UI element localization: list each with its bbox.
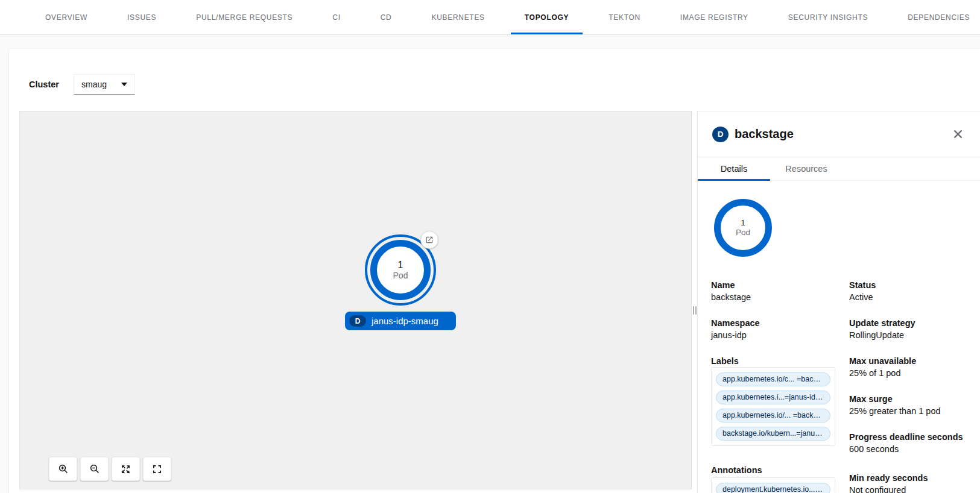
pod-count: 1 xyxy=(398,260,403,271)
zoom-in-icon xyxy=(58,463,69,474)
field-annotations: Annotations xyxy=(711,464,840,476)
tab-security-insights[interactable]: SECURITY INSIGHTS xyxy=(768,0,888,34)
tab-label: TOPOLOGY xyxy=(525,13,569,22)
tab-issues[interactable]: ISSUES xyxy=(107,0,176,34)
pod-kind: Pod xyxy=(736,228,750,237)
field-value: Not configured xyxy=(849,484,977,493)
tab-label: Details xyxy=(721,164,747,174)
tab-label: Resources xyxy=(785,164,827,174)
zoom-out-icon xyxy=(89,463,100,474)
field-label: Update strategy xyxy=(849,317,977,329)
resource-title: backstage xyxy=(735,127,951,141)
tab-label: TEKTON xyxy=(609,13,640,22)
tab-ci[interactable]: CI xyxy=(312,0,360,34)
drag-handle-icon xyxy=(693,306,697,315)
field-progress-deadline: Progress deadline seconds 600 seconds xyxy=(849,431,977,455)
field-value: 25% of 1 pod xyxy=(849,367,977,379)
labels-list: app.kubernetes.io/c... =backs... app.kub… xyxy=(711,367,835,446)
panel-resize-handle[interactable] xyxy=(692,111,697,489)
fit-to-screen-icon xyxy=(121,464,131,474)
deployment-badge: D xyxy=(349,315,366,327)
field-label: Annotations xyxy=(711,464,840,476)
field-value: 600 seconds xyxy=(849,443,977,455)
tab-tekton[interactable]: TEKTON xyxy=(589,0,660,34)
field-label: Status xyxy=(849,279,977,291)
cluster-select-value: smaug xyxy=(81,80,107,89)
tab-label: CD xyxy=(381,13,392,22)
tab-details[interactable]: Details xyxy=(698,157,770,180)
resource-side-panel: D backstage Details Resources 1 Pod Name… xyxy=(697,111,980,493)
label-chip[interactable]: backstage.io/kubern...=janus... xyxy=(716,427,830,441)
tab-label: DEPENDENCIES xyxy=(908,13,970,22)
zoom-out-button[interactable] xyxy=(80,457,109,481)
tab-overview[interactable]: OVERVIEW xyxy=(25,0,107,34)
close-icon xyxy=(953,130,963,139)
field-value: janus-idp xyxy=(711,329,840,341)
label-chip[interactable]: app.kubernetes.io/... =backst... xyxy=(716,409,830,422)
field-value: 25% greater than 1 pod xyxy=(849,405,977,417)
field-status: Status Active xyxy=(849,279,977,303)
label-chip[interactable]: app.kubernetes.io/c... =backs... xyxy=(716,372,830,386)
tab-label: ISSUES xyxy=(127,13,156,22)
tab-topology[interactable]: TOPOLOGY xyxy=(505,0,589,34)
node-label-text: janus-idp-smaug xyxy=(371,316,438,326)
field-label: Progress deadline seconds xyxy=(849,431,977,443)
details-right-column: Status Active Update strategy RollingUpd… xyxy=(849,279,977,493)
tab-label: IMAGE REGISTRY xyxy=(680,13,748,22)
tab-label: OVERVIEW xyxy=(45,13,87,22)
label-chip[interactable]: app.kubernetes.i...=janus-idp... xyxy=(716,391,830,404)
field-update-strategy: Update strategy RollingUpdate xyxy=(849,317,977,341)
topology-canvas[interactable]: 1 Pod D janus-idp-smaug xyxy=(19,111,692,489)
close-panel-button[interactable] xyxy=(951,128,964,141)
field-value: backstage xyxy=(711,291,840,303)
cluster-label: Cluster xyxy=(29,80,59,89)
tab-cd[interactable]: CD xyxy=(361,0,412,34)
entity-tab-bar: OVERVIEW ISSUES PULL/MERGE REQUESTS CI C… xyxy=(0,0,980,35)
zoom-in-button[interactable] xyxy=(49,457,77,481)
field-label: Max surge xyxy=(849,393,977,405)
field-value: Active xyxy=(849,291,977,303)
pod-kind: Pod xyxy=(393,271,408,281)
field-value: RollingUpdate xyxy=(849,329,977,341)
tab-pull-merge-requests[interactable]: PULL/MERGE REQUESTS xyxy=(176,0,312,34)
deployment-badge: D xyxy=(712,127,729,142)
annotations-list: deployment.kubernetes.io... =1.. xyxy=(711,477,835,493)
tab-image-registry[interactable]: IMAGE REGISTRY xyxy=(660,0,768,34)
caret-down-icon xyxy=(121,83,127,86)
side-panel-tabs: Details Resources xyxy=(698,157,980,181)
open-url-decorator[interactable] xyxy=(420,231,438,249)
field-label: Name xyxy=(711,279,840,291)
tab-label: SECURITY INSIGHTS xyxy=(788,13,868,22)
tab-resources[interactable]: Resources xyxy=(770,157,842,180)
fit-to-screen-button[interactable] xyxy=(112,457,140,481)
fullscreen-icon xyxy=(152,464,162,474)
topology-toolbar: Cluster smaug xyxy=(29,73,135,96)
field-namespace: Namespace janus-idp xyxy=(711,317,840,341)
field-max-surge: Max surge 25% greater than 1 pod xyxy=(849,393,977,417)
active-tab-underline xyxy=(511,33,583,34)
deployment-node[interactable]: 1 Pod xyxy=(370,240,431,300)
open-in-new-icon xyxy=(425,236,434,244)
field-labels: Labels xyxy=(711,355,840,367)
tab-label: PULL/MERGE REQUESTS xyxy=(196,13,292,22)
details-left-column: Name backstage Namespace janus-idp Label… xyxy=(711,279,840,493)
field-label: Max unavailable xyxy=(849,355,977,367)
details-tab-content: 1 Pod Name backstage Namespace janus-idp… xyxy=(698,181,980,493)
field-label: Namespace xyxy=(711,317,840,329)
annotation-chip[interactable]: deployment.kubernetes.io... =1.. xyxy=(716,483,830,493)
pod-count: 1 xyxy=(741,218,745,228)
node-label-pill[interactable]: D janus-idp-smaug xyxy=(345,312,456,330)
tab-label: CI xyxy=(332,13,340,22)
field-name: Name backstage xyxy=(711,279,840,303)
field-max-unavailable: Max unavailable 25% of 1 pod xyxy=(849,355,977,379)
field-label: Labels xyxy=(711,355,840,367)
cluster-select[interactable]: smaug xyxy=(74,74,135,95)
tab-dependencies[interactable]: DEPENDENCIES xyxy=(888,0,980,34)
tab-kubernetes[interactable]: KUBERNETES xyxy=(411,0,504,34)
pod-donut-chart[interactable]: 1 Pod xyxy=(714,199,772,257)
field-min-ready: Min ready seconds Not configured xyxy=(849,472,977,493)
fullscreen-button[interactable] xyxy=(143,457,171,481)
side-panel-header: D backstage xyxy=(698,111,980,157)
field-label: Min ready seconds xyxy=(849,472,977,484)
canvas-controls xyxy=(49,457,171,481)
